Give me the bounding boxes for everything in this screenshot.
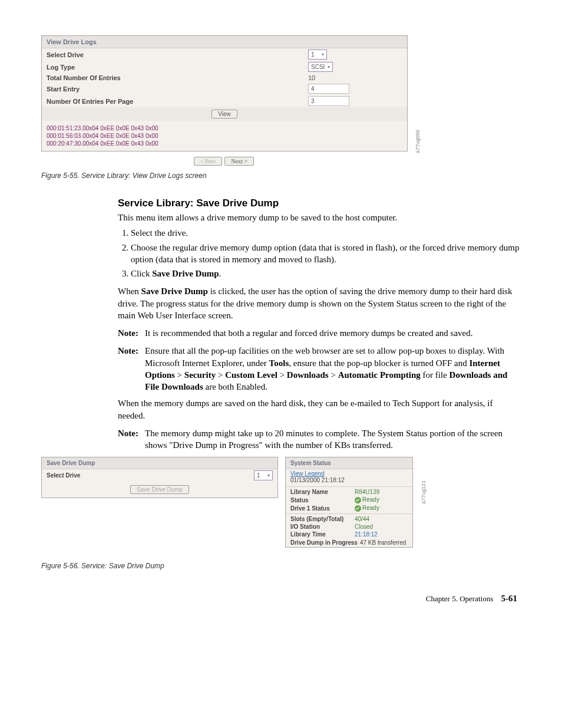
- note-block: Note: Ensure that all the pop-up facilit…: [118, 345, 521, 393]
- drive-dump-progress-label: Drive Dump in Progress: [290, 539, 358, 546]
- figure-code: a77ug096: [415, 130, 421, 153]
- library-time-value: 21:18:12: [355, 531, 408, 538]
- system-status-panel: System Status View Legend 01/13/2000 21:…: [285, 457, 413, 548]
- drive1-status-label: Drive 1 Status: [290, 505, 355, 512]
- chevron-down-icon: ▾: [328, 62, 330, 71]
- status-label: Status: [290, 497, 355, 503]
- io-station-value: Closed: [355, 523, 408, 530]
- check-icon: [355, 505, 361, 512]
- select-drive-label: Select Drive: [47, 472, 254, 479]
- chevron-down-icon: ▾: [322, 50, 324, 59]
- select-drive-label: Select Drive: [47, 51, 308, 58]
- start-entry-input[interactable]: 4: [308, 84, 349, 94]
- check-icon: [355, 497, 361, 503]
- slots-value: 40/44: [355, 516, 408, 522]
- paragraph: When Save Drive Dump is clicked, the use…: [118, 285, 521, 321]
- entries-per-page-label: Number Of Entries Per Page: [47, 98, 308, 105]
- drive-dump-progress-value: 47 KB transferred: [360, 539, 406, 546]
- chevron-down-icon: ▾: [267, 471, 270, 480]
- entries-per-page-input[interactable]: 3: [308, 96, 349, 106]
- view-drive-logs-panel: View Drive Logs Select Drive 1▾ Log Type…: [41, 35, 408, 151]
- panel-title: View Drive Logs: [42, 36, 407, 48]
- steps-list: Select the drive. Choose the regular dri…: [118, 227, 521, 279]
- drive1-status-value: Ready: [355, 505, 408, 512]
- figure-caption: Figure 5-55. Service Library: View Drive…: [41, 172, 521, 180]
- log-type-label: Log Type: [47, 64, 308, 71]
- section-heading: Service Library: Save Drive Dump: [118, 197, 521, 209]
- page-footer: Chapter 5. Operations 5-61: [41, 594, 521, 604]
- figure-code: a77ug121: [421, 480, 427, 504]
- figure-caption: Figure 5-56. Service: Save Drive Dump: [41, 562, 521, 570]
- paragraph: When the memory dumps are saved on the h…: [118, 397, 521, 421]
- section-intro: This menu item allows a drive memory dum…: [118, 212, 521, 223]
- log-type-dropdown[interactable]: SCSI▾: [308, 62, 333, 72]
- next-button[interactable]: Next >: [224, 157, 254, 166]
- view-legend-link[interactable]: View Legend: [286, 469, 412, 477]
- select-drive-dropdown[interactable]: 1▾: [254, 470, 273, 480]
- library-name-label: Library Name: [290, 489, 355, 495]
- slots-label: Slots (Empty/Total): [290, 516, 355, 522]
- log-line: 000:01:51:23.00x04 0xEE 0x0E 0x43 0x00: [47, 124, 402, 132]
- step-item: Choose the regular drive memory dump opt…: [131, 242, 521, 266]
- panel-title: System Status: [286, 457, 412, 469]
- step-item: Click Save Drive Dump.: [131, 268, 521, 279]
- log-line: 000:20:47:30.00x04 0xEE 0x0E 0x43 0x00: [47, 140, 402, 147]
- prev-button[interactable]: < Prev: [194, 157, 222, 166]
- panel-title: Save Drive Dump: [42, 457, 277, 469]
- library-time-label: Library Time: [290, 531, 355, 538]
- log-output: 000:01:51:23.00x04 0xEE 0x0E 0x43 0x00 0…: [42, 121, 407, 151]
- step-item: Select the drive.: [131, 227, 521, 239]
- start-entry-label: Start Entry: [47, 85, 308, 93]
- save-drive-dump-panel: Save Drive Dump Select Drive 1▾ Save Dri…: [41, 457, 278, 498]
- total-entries-label: Total Number Of Entries: [47, 74, 308, 81]
- view-button[interactable]: View: [211, 110, 237, 118]
- library-name-value: R84U139: [355, 489, 408, 495]
- save-drive-dump-button[interactable]: Save Drive Dump: [130, 485, 189, 494]
- select-drive-dropdown[interactable]: 1▾: [308, 50, 327, 60]
- io-station-label: I/O Station: [290, 523, 355, 530]
- log-line: 000:01:56:03.00x04 0xEE 0x0E 0x43 0x00: [47, 132, 402, 140]
- status-datetime: 01/13/2000 21:18:12: [286, 477, 412, 485]
- status-value: Ready: [355, 496, 408, 503]
- total-entries-value: 10: [308, 74, 402, 81]
- note-block: Note: The memory dump might take up to 2…: [118, 427, 521, 452]
- note-block: Note: It is recommended that both a regu…: [118, 327, 521, 339]
